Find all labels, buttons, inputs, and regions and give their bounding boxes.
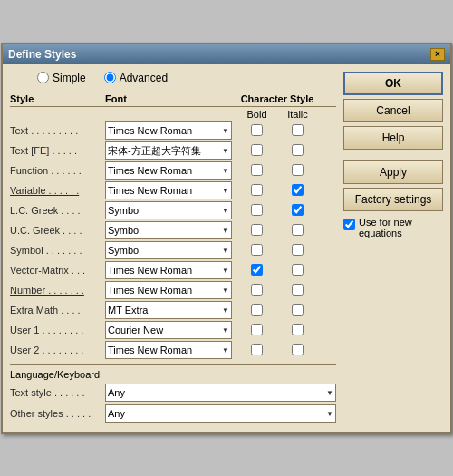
font-select[interactable]: Times New Roman宋体-方正超大字符集SymbolMT ExtraC…	[105, 341, 232, 359]
italic-checkbox[interactable]	[292, 184, 304, 196]
apply-button[interactable]: Apply	[343, 160, 443, 184]
font-select-wrapper[interactable]: Times New Roman宋体-方正超大字符集SymbolMT ExtraC…	[105, 121, 232, 140]
col-char-style-header: Character Style	[236, 93, 318, 104]
col-italic-header: Italic	[277, 109, 318, 120]
style-label: L.C. Greek . . . .	[10, 205, 105, 216]
table-row: Vector-Matrix . . .Times New Roman宋体-方正超…	[10, 261, 336, 279]
font-select[interactable]: Times New Roman宋体-方正超大字符集SymbolMT ExtraC…	[105, 241, 232, 259]
italic-checkbox-cell	[277, 344, 318, 355]
font-select[interactable]: Times New Roman宋体-方正超大字符集SymbolMT ExtraC…	[105, 301, 232, 319]
font-select-wrapper[interactable]: Times New Roman宋体-方正超大字符集SymbolMT ExtraC…	[105, 221, 232, 239]
font-select-wrapper[interactable]: Times New Roman宋体-方正超大字符集SymbolMT ExtraC…	[105, 301, 232, 319]
other-styles-select[interactable]: Any	[105, 404, 336, 423]
bold-checkbox[interactable]	[251, 304, 263, 316]
font-select-wrapper[interactable]: Times New Roman宋体-方正超大字符集SymbolMT ExtraC…	[105, 201, 232, 219]
factory-button[interactable]: Factory settings	[343, 188, 443, 211]
font-select[interactable]: Times New Roman宋体-方正超大字符集SymbolMT ExtraC…	[105, 181, 232, 199]
italic-checkbox-cell	[277, 324, 318, 335]
advanced-label[interactable]: Advanced	[120, 72, 168, 84]
italic-checkbox[interactable]	[292, 144, 304, 156]
left-panel: Simple Advanced Style Font Character Sty…	[10, 72, 336, 425]
use-for-new-checkbox[interactable]	[343, 219, 355, 230]
bold-checkbox[interactable]	[251, 244, 263, 256]
font-select[interactable]: Times New Roman宋体-方正超大字符集SymbolMT ExtraC…	[105, 261, 232, 279]
font-select-wrapper[interactable]: Times New Roman宋体-方正超大字符集SymbolMT ExtraC…	[105, 341, 232, 359]
bold-checkbox[interactable]	[251, 264, 263, 276]
text-style-label: Text style . . . . . .	[10, 387, 105, 398]
table-row: Symbol . . . . . . .Times New Roman宋体-方正…	[10, 241, 336, 259]
bold-checkbox[interactable]	[251, 324, 263, 335]
ok-button[interactable]: OK	[343, 72, 443, 95]
bold-checkbox[interactable]	[251, 144, 263, 156]
help-button[interactable]: Help	[343, 126, 443, 150]
bold-checkbox[interactable]	[251, 124, 263, 136]
style-label: Vector-Matrix . . .	[10, 265, 105, 276]
text-style-select-wrapper[interactable]: Any	[105, 384, 336, 402]
italic-checkbox[interactable]	[292, 224, 304, 236]
style-label: Extra Math . . . .	[10, 305, 105, 316]
italic-checkbox[interactable]	[292, 284, 304, 296]
bold-checkbox-cell	[236, 144, 277, 156]
table-row: U.C. Greek . . . .Times New Roman宋体-方正超大…	[10, 221, 336, 239]
table-row: User 1 . . . . . . . .Times New Roman宋体-…	[10, 321, 336, 339]
font-select-wrapper[interactable]: Times New Roman宋体-方正超大字符集SymbolMT ExtraC…	[105, 321, 232, 339]
sub-header: Bold Italic	[10, 109, 336, 120]
italic-checkbox[interactable]	[292, 264, 304, 276]
bold-checkbox[interactable]	[251, 164, 263, 176]
bold-checkbox-cell	[236, 224, 277, 236]
italic-checkbox-cell	[277, 224, 318, 236]
bold-checkbox[interactable]	[251, 344, 263, 355]
font-select[interactable]: Times New Roman宋体-方正超大字符集SymbolMT ExtraC…	[105, 201, 232, 219]
italic-checkbox[interactable]	[292, 324, 304, 335]
simple-mode-group[interactable]: Simple	[37, 72, 86, 84]
cancel-button[interactable]: Cancel	[343, 99, 443, 122]
italic-checkbox-cell	[277, 184, 318, 196]
simple-label[interactable]: Simple	[53, 72, 86, 84]
table-row: User 2 . . . . . . . .Times New Roman宋体-…	[10, 341, 336, 359]
italic-checkbox-cell	[277, 124, 318, 136]
italic-checkbox-cell	[277, 244, 318, 256]
bold-checkbox[interactable]	[251, 184, 263, 196]
font-select[interactable]: Times New Roman宋体-方正超大字符集SymbolMT ExtraC…	[105, 321, 232, 339]
style-label: Text . . . . . . . . .	[10, 125, 105, 136]
bold-checkbox-cell	[236, 344, 277, 355]
font-select[interactable]: Times New Roman宋体-方正超大字符集SymbolMT ExtraC…	[105, 221, 232, 239]
table-row: Extra Math . . . .Times New Roman宋体-方正超大…	[10, 301, 336, 319]
font-select-wrapper[interactable]: Times New Roman宋体-方正超大字符集SymbolMT ExtraC…	[105, 281, 232, 299]
font-select-wrapper[interactable]: Times New Roman宋体-方正超大字符集SymbolMT ExtraC…	[105, 241, 232, 259]
font-select-wrapper[interactable]: Times New Roman宋体-方正超大字符集SymbolMT ExtraC…	[105, 261, 232, 279]
font-select[interactable]: Times New Roman宋体-方正超大字符集SymbolMT ExtraC…	[105, 281, 232, 299]
style-label: Symbol . . . . . . .	[10, 245, 105, 256]
font-select-wrapper[interactable]: Times New Roman宋体-方正超大字符集SymbolMT ExtraC…	[105, 161, 232, 180]
advanced-radio[interactable]	[104, 72, 116, 83]
italic-checkbox[interactable]	[292, 344, 304, 355]
font-select-wrapper[interactable]: Times New Roman宋体-方正超大字符集SymbolMT ExtraC…	[105, 181, 232, 199]
italic-checkbox[interactable]	[292, 244, 304, 256]
use-for-new-row: Use for new equations	[343, 217, 443, 238]
bold-checkbox-cell	[236, 264, 277, 276]
italic-checkbox-cell	[277, 264, 318, 276]
italic-checkbox[interactable]	[292, 204, 304, 216]
italic-checkbox[interactable]	[292, 124, 304, 136]
font-select[interactable]: Times New Roman宋体-方正超大字符集SymbolMT ExtraC…	[105, 121, 232, 140]
font-select[interactable]: Times New Roman宋体-方正超大字符集SymbolMT ExtraC…	[105, 141, 232, 160]
bold-checkbox[interactable]	[251, 284, 263, 296]
bold-checkbox[interactable]	[251, 224, 263, 236]
font-select[interactable]: Times New Roman宋体-方正超大字符集SymbolMT ExtraC…	[105, 161, 232, 180]
bold-checkbox[interactable]	[251, 204, 263, 216]
bold-checkbox-cell	[236, 324, 277, 335]
italic-checkbox[interactable]	[292, 164, 304, 176]
style-label: Text [FE] . . . . .	[10, 145, 105, 156]
style-label: Variable . . . . . .	[10, 185, 105, 196]
other-styles-select-wrapper[interactable]: Any	[105, 404, 336, 423]
other-styles-label: Other styles . . . . .	[10, 408, 105, 419]
italic-checkbox[interactable]	[292, 304, 304, 316]
close-button[interactable]: ×	[430, 48, 445, 61]
bold-checkbox-cell	[236, 164, 277, 176]
bold-checkbox-cell	[236, 304, 277, 316]
bold-checkbox-cell	[236, 184, 277, 196]
font-select-wrapper[interactable]: Times New Roman宋体-方正超大字符集SymbolMT ExtraC…	[105, 141, 232, 160]
advanced-mode-group[interactable]: Advanced	[104, 72, 168, 84]
text-style-select[interactable]: Any	[105, 384, 336, 402]
simple-radio[interactable]	[37, 72, 49, 83]
